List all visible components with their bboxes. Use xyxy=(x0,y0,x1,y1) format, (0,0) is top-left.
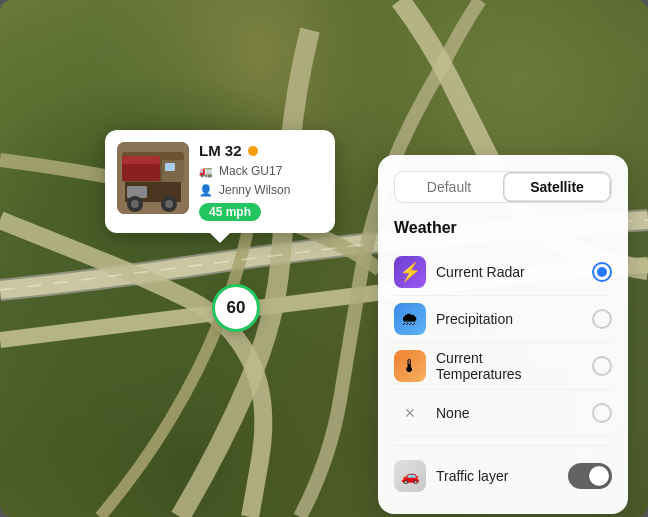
traffic-icon: 🚗 xyxy=(401,467,420,485)
radar-label: Current Radar xyxy=(436,264,582,280)
weather-option-radar[interactable]: ⚡ Current Radar xyxy=(394,249,612,296)
temp-icon: 🌡 xyxy=(401,356,419,377)
speed-row: 45 mph xyxy=(199,202,323,221)
weather-option-temperature[interactable]: 🌡 CurrentTemperatures xyxy=(394,343,612,390)
precipitation-radio[interactable] xyxy=(592,309,612,329)
temperature-label: CurrentTemperatures xyxy=(436,350,582,382)
warning-indicator xyxy=(248,146,258,156)
none-icon: ✕ xyxy=(404,405,416,421)
vehicle-thumbnail xyxy=(117,142,189,214)
svg-point-7 xyxy=(165,200,173,208)
weather-section-title: Weather xyxy=(394,219,612,237)
svg-rect-9 xyxy=(165,163,175,171)
radar-radio[interactable] xyxy=(592,262,612,282)
truck-icon: 🚛 xyxy=(199,165,213,178)
vehicle-driver-row: 👤 Jenny Wilson xyxy=(199,183,323,197)
speed-limit-circle: 60 xyxy=(212,284,260,332)
traffic-toggle[interactable] xyxy=(568,463,612,489)
map-container: LM 32 🚛 Mack GU17 👤 Jenny Wilson 45 mph … xyxy=(0,0,648,517)
speed-badge: 45 mph xyxy=(199,203,261,221)
radar-icon: ⚡ xyxy=(399,261,421,283)
traffic-icon-box: 🚗 xyxy=(394,460,426,492)
traffic-label: Traffic layer xyxy=(436,468,558,484)
svg-point-5 xyxy=(131,200,139,208)
weather-option-none[interactable]: ✕ None xyxy=(394,390,612,437)
panel-divider xyxy=(394,445,612,446)
person-icon: 👤 xyxy=(199,184,213,197)
svg-rect-11 xyxy=(122,156,160,164)
speed-limit-value: 60 xyxy=(227,298,246,318)
vehicle-id-row: LM 32 xyxy=(199,142,323,159)
none-radio[interactable] xyxy=(592,403,612,423)
vehicle-model: Mack GU17 xyxy=(219,164,282,178)
svg-rect-3 xyxy=(127,186,147,198)
none-label: None xyxy=(436,405,582,421)
temp-icon-box: 🌡 xyxy=(394,350,426,382)
vehicle-model-row: 🚛 Mack GU17 xyxy=(199,164,323,178)
driver-name: Jenny Wilson xyxy=(219,183,290,197)
map-type-tabs[interactable]: Default Satellite xyxy=(394,171,612,203)
vehicle-id: LM 32 xyxy=(199,142,242,159)
precip-icon: 🌧 xyxy=(401,309,419,330)
traffic-row: 🚗 Traffic layer xyxy=(394,454,612,498)
precip-icon-box: 🌧 xyxy=(394,303,426,335)
none-icon-box: ✕ xyxy=(394,397,426,429)
side-panel: Default Satellite Weather ⚡ Current Rada… xyxy=(378,155,628,514)
temperature-radio[interactable] xyxy=(592,356,612,376)
tab-satellite[interactable]: Satellite xyxy=(503,172,611,202)
vehicle-card: LM 32 🚛 Mack GU17 👤 Jenny Wilson 45 mph xyxy=(105,130,335,233)
radar-icon-box: ⚡ xyxy=(394,256,426,288)
speed-value: 45 mph xyxy=(209,205,251,219)
tab-default[interactable]: Default xyxy=(395,172,503,202)
weather-option-precipitation[interactable]: 🌧 Precipitation xyxy=(394,296,612,343)
precipitation-label: Precipitation xyxy=(436,311,582,327)
vehicle-info: LM 32 🚛 Mack GU17 👤 Jenny Wilson 45 mph xyxy=(199,142,323,221)
